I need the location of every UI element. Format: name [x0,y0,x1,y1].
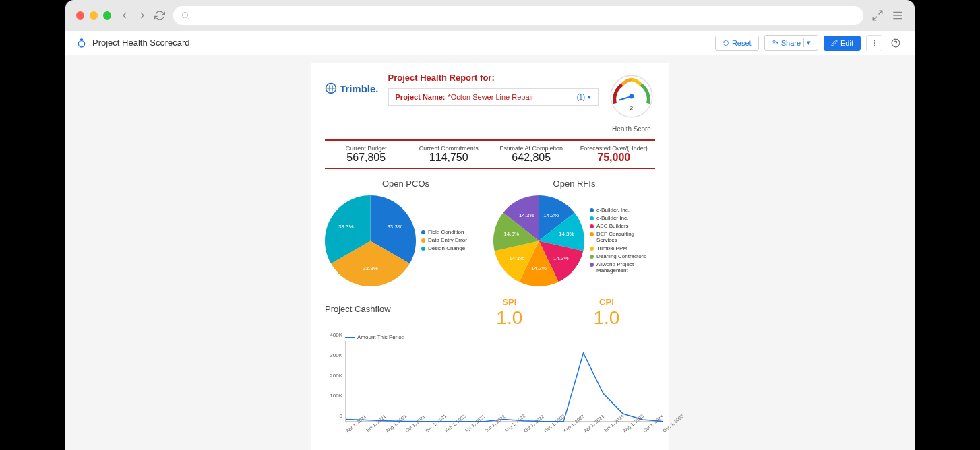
stat-label: Current Budget [325,145,408,152]
search-icon [181,11,189,20]
reset-label: Reset [732,39,752,47]
svg-text:33.3%: 33.3% [387,224,402,230]
plot-area [345,341,662,422]
close-window-icon[interactable] [76,11,84,20]
reload-icon[interactable] [154,10,165,21]
stat-value: 567,805 [325,152,408,164]
health-score-label: Health Score [608,125,655,133]
legend-pcos: Field ConditionData Entry ErrorDesign Ch… [421,229,467,253]
stat-item: Forecasted Over/(Under)75,000 [573,145,656,164]
cashflow-line-chart: Amount This Period 0100K200K300K400K Apr… [325,334,662,435]
pie-rfis: 14.3%14.3%14.3%14.3%14.3%14.3%14.3% [493,195,584,286]
brand-logo: Trimble. [325,82,379,94]
stat-item: Current Commitments114,750 [408,145,491,164]
project-value: *Octon Sewer Line Repair [448,93,574,101]
minimize-window-icon[interactable] [90,11,98,20]
report-title-box: Project Health Report for: Project Name:… [388,73,599,106]
chevron-down-icon: ▾ [803,38,811,47]
menu-icon[interactable] [892,9,904,22]
pencil-icon [831,40,838,46]
globe-icon [325,82,337,94]
open-pcos-title: Open PCOs [325,179,487,189]
share-icon [772,40,778,46]
stat-value: 114,750 [408,152,491,164]
legend-item: e-Builder, Inc. [590,207,650,213]
expand-icon[interactable] [871,9,884,22]
legend-item: Design Change [421,245,467,251]
svg-line-1 [187,17,188,18]
stat-label: Forecasted Over/(Under) [573,145,656,152]
legend-item: e-Builder Inc. [590,215,650,221]
browser-chrome [65,0,915,31]
stat-value: 642,805 [490,152,573,164]
cpi-label: CPI [558,297,655,307]
traffic-lights [76,11,111,20]
legend-line-icon [345,337,355,338]
app-shell: Project Health Scorecard Reset Share ▾ E… [65,31,915,450]
more-vertical-icon [870,39,878,47]
pie-charts-row: Open PCOs 33.3%33.3%33.3% Field Conditio… [325,179,655,286]
more-menu-button[interactable] [866,35,882,51]
help-icon [891,38,900,48]
legend-item: Trimble PPM [590,245,650,251]
svg-text:14.3%: 14.3% [503,231,519,237]
stat-label: Current Commitments [408,145,491,152]
report-page: Trimble. Project Health Report for: Proj… [311,63,669,450]
legend-item: Field Condition [421,229,467,235]
svg-point-0 [183,13,188,18]
spi-kpi: SPI 1.0 [461,297,558,329]
reset-button[interactable]: Reset [715,36,759,51]
stat-label: Estimate At Completion [490,145,573,152]
help-button[interactable] [888,35,904,51]
report-title: Project Health Report for: [388,73,599,83]
edit-button[interactable]: Edit [824,36,861,51]
stat-value: 75,000 [573,152,656,164]
line-legend-label: Amount This Period [357,334,404,340]
health-score-gauge: 2 Health Score [608,73,655,133]
svg-point-7 [78,40,84,46]
x-axis: Apr 1, 2021Jun 1, 2021Aug 1, 2021Oct 1, … [345,430,662,443]
forward-icon[interactable] [137,10,148,21]
open-pcos-chart: Open PCOs 33.3%33.3%33.3% Field Conditio… [325,179,487,286]
line-legend: Amount This Period [345,334,404,340]
legend-item: Data Entry Error [421,237,467,243]
legend-item: Dearling Contractors [590,253,650,259]
svg-text:33.3%: 33.3% [338,224,354,230]
svg-text:33.3%: 33.3% [363,265,378,271]
brand-text: Trimble. [340,83,379,94]
share-button[interactable]: Share ▾ [764,35,818,51]
open-rfis-title: Open RFIs [493,179,655,189]
url-bar[interactable] [173,6,863,25]
page-title: Project Health Scorecard [92,38,710,48]
svg-point-8 [773,40,775,42]
svg-text:14.3%: 14.3% [509,255,524,261]
legend-rfis: e-Builder, Inc.e-Builder Inc.ABC Builder… [590,207,650,276]
gauge-icon: 2 [608,73,655,120]
report-canvas: Trimble. Project Health Report for: Proj… [65,55,915,450]
app-logo-icon [76,38,87,49]
open-rfis-chart: Open RFIs 14.3%14.3%14.3%14.3%14.3%14.3%… [493,179,655,286]
cpi-kpi: CPI 1.0 [558,297,655,329]
gauge-value: 2 [630,105,633,111]
y-axis: 0100K200K300K400K [325,341,344,422]
svg-text:14.3%: 14.3% [559,231,574,237]
stat-item: Current Budget567,805 [325,145,408,164]
cashflow-row: Project Cashflow SPI 1.0 CPI 1.0 [325,297,655,329]
maximize-window-icon[interactable] [103,11,111,20]
stat-item: Estimate At Completion642,805 [490,145,573,164]
svg-text:14.3%: 14.3% [543,212,559,218]
back-icon[interactable] [119,10,130,21]
legend-item: DEF Consulting Services [590,231,650,243]
project-selector[interactable]: Project Name: *Octon Sewer Line Repair (… [388,88,599,106]
stats-bar: Current Budget567,805Current Commitments… [325,139,655,169]
app-header: Project Health Scorecard Reset Share ▾ E… [65,31,915,55]
cpi-value: 1.0 [558,307,655,329]
browser-frame: Project Health Scorecard Reset Share ▾ E… [65,0,915,450]
spi-value: 1.0 [461,307,558,329]
project-label: Project Name: [396,93,446,101]
svg-point-12 [874,42,875,44]
svg-point-13 [874,44,875,46]
pie-pcos: 33.3%33.3%33.3% [325,195,416,286]
share-label: Share [781,39,801,47]
svg-text:14.3%: 14.3% [531,265,547,271]
